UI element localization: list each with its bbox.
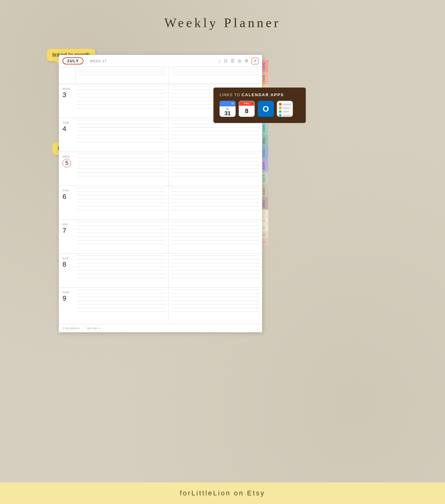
wl <box>77 124 166 124</box>
home-icon[interactable]: ⌂ <box>218 59 221 64</box>
wl <box>171 131 260 131</box>
wl <box>77 233 166 233</box>
wl <box>77 199 166 199</box>
wl <box>77 191 166 192</box>
applecal-top-bar: THU <box>239 101 254 106</box>
wl <box>77 206 166 207</box>
export-icon[interactable]: ⊡ <box>224 58 228 64</box>
tab-extra2[interactable]: 2 <box>261 217 268 224</box>
wl <box>171 259 260 260</box>
wl <box>171 191 260 192</box>
day-name-fri: FRI <box>63 223 73 226</box>
wl <box>77 172 166 173</box>
reminder-dot-red <box>279 103 281 105</box>
wl <box>171 203 260 203</box>
tab-sep[interactable]: SEP <box>261 159 268 172</box>
tab-feb[interactable]: FEB <box>261 72 268 84</box>
wl <box>77 108 166 109</box>
wl <box>77 304 166 305</box>
tab-extra1[interactable]: ~ <box>261 210 268 217</box>
tab-extra4[interactable]: 4 <box>261 231 268 238</box>
tab-extra3[interactable]: 3 <box>261 224 268 231</box>
wl <box>171 124 260 124</box>
day-name-tue: TUE <box>63 121 73 124</box>
wl <box>171 270 260 271</box>
day-number-thu: 6 <box>63 193 73 201</box>
day-number-sat: 8 <box>63 260 73 268</box>
wl <box>171 263 260 263</box>
wl <box>171 161 260 162</box>
wl <box>171 210 260 210</box>
bottom-banner: forLittleLion on Etsy <box>0 482 445 504</box>
day-right-sun <box>168 288 262 322</box>
day-left-fri <box>76 220 168 253</box>
wl <box>171 229 260 229</box>
header-icons: ⌂ ⊡ ☰ ◎ ⚙ ↗ <box>218 58 258 64</box>
day-name-mon: MON <box>63 87 73 90</box>
wl <box>171 138 260 139</box>
wl <box>77 127 166 128</box>
bottom-banner-text: forLittleLion on Etsy <box>180 489 265 497</box>
week-label: WEEK 27 <box>87 59 107 63</box>
wl <box>77 297 166 297</box>
wl <box>171 222 260 222</box>
gcal-top-bar: 31 <box>220 101 236 106</box>
wl <box>171 142 260 142</box>
wl <box>77 176 166 176</box>
day-number-wed-circled[interactable]: 5 <box>63 159 71 167</box>
month-label[interactable]: JULY <box>63 57 83 64</box>
settings-icon[interactable]: ⚙ <box>245 58 249 64</box>
wl <box>77 312 166 312</box>
wl <box>77 308 166 308</box>
wl <box>77 169 166 169</box>
link-icon[interactable]: ↗ <box>252 58 258 64</box>
day-number-tue: 4 <box>63 125 73 133</box>
reminder-dot-blue <box>279 114 281 117</box>
footer-link[interactable]: Visit site >> <box>87 327 101 330</box>
popup-title-bold: CALENDAR APPS <box>241 92 284 97</box>
apple-calendar-icon[interactable]: THU 8 <box>239 101 255 117</box>
reminder-line-3 <box>283 111 289 112</box>
day-content-thu <box>76 186 262 219</box>
wl <box>77 244 166 244</box>
wl <box>77 104 166 105</box>
wl <box>77 263 166 263</box>
wl <box>77 120 166 120</box>
tab-jul[interactable]: JUL <box>261 134 268 146</box>
tab-dec[interactable]: DEC <box>261 197 268 210</box>
list-icon[interactable]: ☰ <box>231 58 235 64</box>
day-content-sat <box>76 254 262 287</box>
tab-aug[interactable]: AUG <box>261 146 268 159</box>
wl <box>171 165 260 165</box>
day-label-sat: SAT 8 <box>59 254 76 287</box>
day-row-sat: SAT 8 <box>59 254 262 288</box>
tab-oct[interactable]: OCT <box>261 172 268 184</box>
day-number-mon: 3 <box>63 91 73 99</box>
wl <box>77 142 166 142</box>
day-label-sun: SUN 9 <box>59 288 76 322</box>
tab-extra5[interactable]: 5 <box>261 238 268 245</box>
day-name-sat: SAT <box>63 257 73 260</box>
check-icon[interactable]: ◎ <box>238 58 241 64</box>
google-calendar-icon[interactable]: 31 G 31 <box>220 101 236 117</box>
tab-jun[interactable]: JUN <box>261 122 268 135</box>
wl <box>77 93 166 94</box>
reminders-icon[interactable] <box>277 101 293 117</box>
day-left-sat <box>76 254 168 287</box>
footer-copyright: © forLittleLion. <box>63 327 80 330</box>
day-right-fri <box>168 220 262 253</box>
week-top-lines-left <box>76 67 169 84</box>
wl <box>171 256 260 256</box>
wl <box>77 131 166 131</box>
write-line <box>172 69 260 69</box>
wl <box>77 240 166 240</box>
wl <box>171 169 260 169</box>
wl <box>77 256 166 256</box>
wl <box>77 270 166 271</box>
day-left-sun <box>76 288 168 322</box>
outlook-icon[interactable]: O <box>258 101 274 117</box>
tab-jan[interactable]: JAN <box>261 60 268 72</box>
tab-nov[interactable]: NOV <box>261 184 268 197</box>
wl <box>77 289 166 290</box>
write-line <box>78 69 166 69</box>
